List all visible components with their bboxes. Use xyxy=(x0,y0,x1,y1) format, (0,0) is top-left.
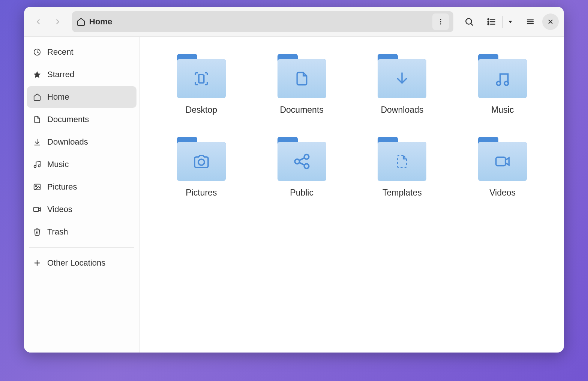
clock-icon xyxy=(32,48,42,56)
folder-icon xyxy=(378,54,426,98)
sidebar-item-documents[interactable]: Documents xyxy=(27,109,136,130)
music-icon xyxy=(32,160,42,169)
svg-rect-25 xyxy=(34,208,39,212)
forward-button[interactable] xyxy=(49,12,67,31)
sidebar-item-label: Documents xyxy=(47,115,89,124)
file-item-public[interactable]: Public xyxy=(259,134,345,202)
sidebar-item-starred[interactable]: Starred xyxy=(27,64,136,85)
svg-rect-38 xyxy=(496,157,506,166)
file-label: Public xyxy=(290,188,314,198)
sidebar-item-home[interactable]: Home xyxy=(27,86,136,108)
svg-point-21 xyxy=(34,166,36,168)
document-icon xyxy=(32,115,42,124)
sidebar-item-label: Recent xyxy=(47,47,74,57)
sidebar-separator xyxy=(29,247,134,248)
svg-point-2 xyxy=(440,23,441,24)
file-label: Templates xyxy=(382,188,422,198)
file-item-templates[interactable]: Templates xyxy=(360,134,445,202)
file-label: Videos xyxy=(489,188,516,198)
svg-point-32 xyxy=(198,159,204,165)
folder-icon xyxy=(478,54,527,98)
sidebar-item-label: Trash xyxy=(47,227,68,237)
svg-marker-26 xyxy=(39,208,41,211)
svg-point-10 xyxy=(488,23,489,24)
folder-icon xyxy=(177,137,226,181)
caret-down-icon xyxy=(507,18,514,25)
list-view-button[interactable] xyxy=(483,12,501,31)
svg-line-36 xyxy=(299,158,304,160)
list-icon xyxy=(487,17,496,27)
close-icon xyxy=(547,18,554,25)
path-menu-button[interactable] xyxy=(432,13,449,30)
svg-point-0 xyxy=(440,19,441,20)
content-area[interactable]: Desktop Documents Downloads Music Pictur… xyxy=(140,37,564,353)
path-crumb-home[interactable]: Home xyxy=(76,17,112,27)
sidebar-item-label: Downloads xyxy=(47,137,88,147)
svg-point-31 xyxy=(504,81,508,85)
back-button[interactable] xyxy=(29,12,47,31)
hamburger-icon xyxy=(526,17,535,26)
pathbar[interactable]: Home xyxy=(72,11,453,32)
svg-point-34 xyxy=(295,159,300,164)
search-button[interactable] xyxy=(460,12,478,31)
file-label: Downloads xyxy=(381,105,423,115)
view-switcher xyxy=(483,12,517,31)
svg-marker-18 xyxy=(34,71,40,78)
sidebar-item-downloads[interactable]: Downloads xyxy=(27,131,136,153)
folder-icon xyxy=(278,54,326,98)
svg-line-4 xyxy=(471,23,472,25)
file-item-documents[interactable]: Documents xyxy=(259,52,345,120)
file-label: Desktop xyxy=(186,105,217,115)
kebab-icon xyxy=(437,18,444,25)
search-icon xyxy=(464,17,474,27)
video-icon xyxy=(32,205,42,214)
close-button[interactable] xyxy=(542,13,559,30)
sidebar-item-trash[interactable]: Trash xyxy=(27,221,136,243)
svg-marker-11 xyxy=(509,21,512,23)
trash-icon xyxy=(32,228,42,236)
sidebar-item-label: Music xyxy=(47,160,69,169)
sidebar: Recent Starred Home Documents Downloads … xyxy=(24,37,140,353)
file-manager-window: Home xyxy=(24,7,564,353)
svg-point-30 xyxy=(497,81,501,85)
file-label: Music xyxy=(491,105,514,115)
sidebar-item-other-locations[interactable]: Other Locations xyxy=(27,252,136,274)
file-grid: Desktop Documents Downloads Music Pictur… xyxy=(159,52,545,202)
sidebar-item-music[interactable]: Music xyxy=(27,154,136,175)
file-item-pictures[interactable]: Pictures xyxy=(159,134,244,202)
file-label: Documents xyxy=(280,105,323,115)
view-dropdown-button[interactable] xyxy=(504,12,517,31)
file-label: Pictures xyxy=(186,188,217,198)
svg-point-35 xyxy=(304,164,309,169)
home-icon xyxy=(76,17,86,26)
folder-icon xyxy=(278,137,326,181)
file-item-videos[interactable]: Videos xyxy=(460,134,545,202)
picture-icon xyxy=(32,183,42,191)
svg-point-33 xyxy=(304,154,309,159)
sidebar-item-label: Starred xyxy=(47,70,74,79)
hamburger-menu-button[interactable] xyxy=(521,12,539,31)
plus-icon xyxy=(32,259,42,267)
home-icon xyxy=(32,93,42,101)
chevron-left-icon xyxy=(34,18,42,26)
folder-icon xyxy=(378,137,426,181)
chevron-right-icon xyxy=(54,18,62,26)
folder-icon xyxy=(478,137,527,181)
path-label: Home xyxy=(89,17,112,27)
sidebar-item-videos[interactable]: Videos xyxy=(27,199,136,220)
view-divider xyxy=(502,16,502,28)
sidebar-item-label: Pictures xyxy=(47,182,77,192)
sidebar-item-pictures[interactable]: Pictures xyxy=(27,176,136,198)
file-item-downloads[interactable]: Downloads xyxy=(360,52,445,120)
svg-point-9 xyxy=(488,21,489,22)
sidebar-item-recent[interactable]: Recent xyxy=(27,41,136,63)
sidebar-item-label: Other Locations xyxy=(47,258,105,268)
file-item-desktop[interactable]: Desktop xyxy=(159,52,244,120)
sidebar-item-label: Videos xyxy=(47,205,72,214)
svg-point-1 xyxy=(440,21,441,22)
svg-point-22 xyxy=(38,165,40,167)
folder-icon xyxy=(177,54,226,98)
svg-point-8 xyxy=(488,18,489,19)
svg-point-24 xyxy=(35,185,37,187)
file-item-music[interactable]: Music xyxy=(460,52,545,120)
